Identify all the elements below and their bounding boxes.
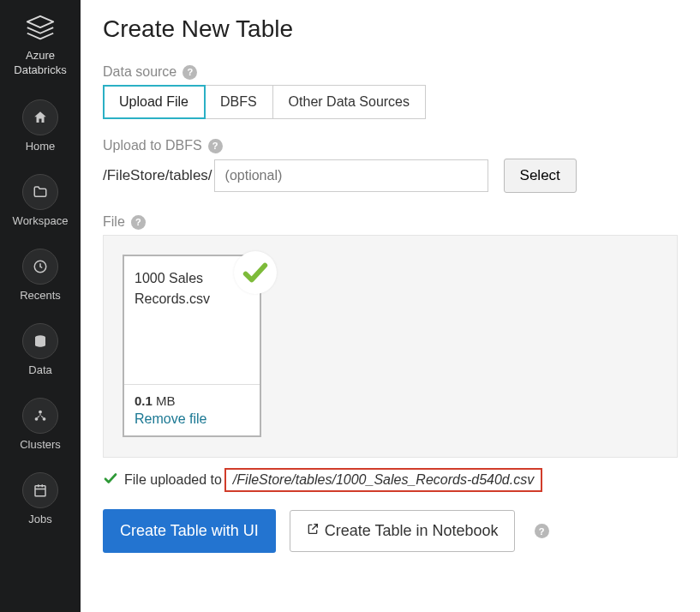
main-content: Create New Table Data source ? Upload Fi… — [81, 0, 700, 612]
folder-icon — [22, 174, 58, 210]
status-message: File uploaded to — [124, 472, 222, 488]
data-source-tabs: Upload File DBFS Other Data Sources — [103, 85, 426, 119]
open-external-icon — [306, 522, 320, 540]
sidebar-item-clusters[interactable]: Clusters — [20, 398, 61, 451]
tab-other-sources[interactable]: Other Data Sources — [273, 86, 425, 118]
svg-rect-5 — [35, 486, 45, 496]
file-name: 1000 Sales Records.csv — [135, 268, 249, 309]
path-prefix: /FileStore/tables/ — [103, 167, 212, 184]
file-label: File ? — [103, 214, 678, 230]
sidebar-item-data[interactable]: Data — [22, 323, 58, 376]
create-table-notebook-button[interactable]: Create Table in Notebook — [290, 510, 515, 552]
actions-row: Create Table with UI Create Table in Not… — [103, 509, 678, 553]
create-table-ui-button[interactable]: Create Table with UI — [103, 509, 276, 553]
clock-icon — [22, 249, 58, 285]
upload-success-icon — [234, 251, 277, 294]
sidebar-item-home[interactable]: Home — [22, 99, 58, 153]
calendar-icon — [22, 472, 58, 508]
upload-status: File uploaded to /FileStore/tables/1000_… — [103, 468, 678, 492]
help-icon[interactable]: ? — [208, 139, 223, 153]
brand: Azure Databricks — [0, 13, 81, 78]
file-card-bottom: 0.1 MB Remove file — [124, 385, 260, 435]
svg-point-2 — [39, 410, 42, 413]
file-size: 0.1 MB — [135, 393, 249, 408]
file-card: 1000 Sales Records.csv 0.1 MB Remove fil… — [123, 255, 261, 437]
sidebar-item-workspace[interactable]: Workspace — [13, 174, 69, 227]
database-icon — [22, 323, 58, 359]
data-source-label: Data source ? — [103, 64, 678, 80]
select-button[interactable]: Select — [504, 159, 577, 193]
help-icon[interactable]: ? — [182, 65, 197, 80]
clusters-icon — [22, 398, 58, 434]
help-icon[interactable]: ? — [535, 524, 549, 538]
upload-to-dbfs-label: Upload to DBFS ? — [103, 138, 678, 153]
sidebar-item-jobs[interactable]: Jobs — [22, 472, 58, 525]
tab-dbfs[interactable]: DBFS — [205, 86, 273, 118]
remove-file-link[interactable]: Remove file — [135, 411, 249, 427]
sidebar-item-recents[interactable]: Recents — [20, 249, 61, 302]
upload-path-row: /FileStore/tables/ Select — [103, 159, 678, 193]
help-icon[interactable]: ? — [131, 215, 146, 230]
check-icon — [103, 471, 118, 489]
databricks-logo-icon — [24, 13, 57, 45]
page-title: Create New Table — [103, 15, 678, 43]
home-icon — [22, 99, 58, 135]
tab-upload-file[interactable]: Upload File — [104, 86, 205, 118]
status-path: /FileStore/tables/1000_Sales_Records-d54… — [224, 468, 542, 492]
brand-label: Azure Databricks — [0, 49, 81, 78]
file-drop-area[interactable]: 1000 Sales Records.csv 0.1 MB Remove fil… — [103, 235, 678, 458]
sidebar: Azure Databricks Home Workspace Recents … — [0, 0, 81, 612]
path-input[interactable] — [214, 159, 488, 192]
file-card-top: 1000 Sales Records.csv — [124, 256, 260, 385]
